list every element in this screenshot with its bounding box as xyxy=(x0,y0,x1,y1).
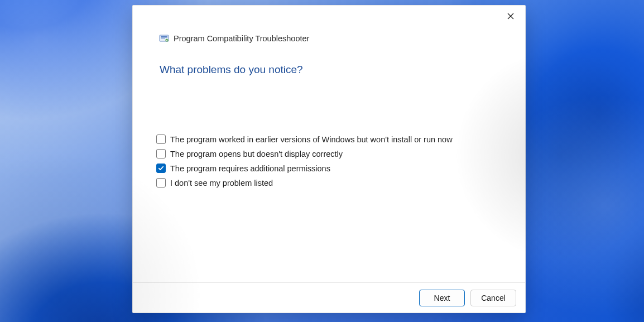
checkbox-icon xyxy=(156,149,166,158)
checkbox-icon xyxy=(156,178,166,188)
troubleshooter-icon xyxy=(159,33,169,44)
options-list: The program worked in earlier versions o… xyxy=(133,76,525,188)
dialog-title: Program Compatibility Troubleshooter xyxy=(174,34,309,43)
option-label: The program requires additional permissi… xyxy=(170,164,330,173)
option-label: I don't see my problem listed xyxy=(170,179,273,188)
dialog-question: What problems do you notice? xyxy=(133,44,525,76)
checkbox-icon xyxy=(156,134,166,144)
close-button[interactable] xyxy=(502,9,520,25)
option-label: The program worked in earlier versions o… xyxy=(170,135,453,144)
option-label: The program opens but doesn't display co… xyxy=(170,150,343,158)
dialog-header: Program Compatibility Troubleshooter xyxy=(133,6,525,44)
next-button[interactable]: Next xyxy=(419,290,465,306)
svg-point-5 xyxy=(165,39,168,41)
option-needs-permissions[interactable]: The program requires additional permissi… xyxy=(156,164,525,173)
option-not-listed[interactable]: I don't see my problem listed xyxy=(156,178,525,188)
svg-rect-3 xyxy=(161,36,167,37)
svg-rect-4 xyxy=(161,38,165,39)
desktop-background: Program Compatibility Troubleshooter Wha… xyxy=(0,0,644,322)
close-icon xyxy=(507,12,514,22)
dialog-footer: Next Cancel xyxy=(133,282,525,313)
cancel-button[interactable]: Cancel xyxy=(470,290,516,306)
option-display-incorrect[interactable]: The program opens but doesn't display co… xyxy=(156,149,525,158)
option-earlier-versions[interactable]: The program worked in earlier versions o… xyxy=(156,134,525,144)
troubleshooter-window: Program Compatibility Troubleshooter Wha… xyxy=(132,5,526,313)
checkbox-icon xyxy=(156,164,166,173)
